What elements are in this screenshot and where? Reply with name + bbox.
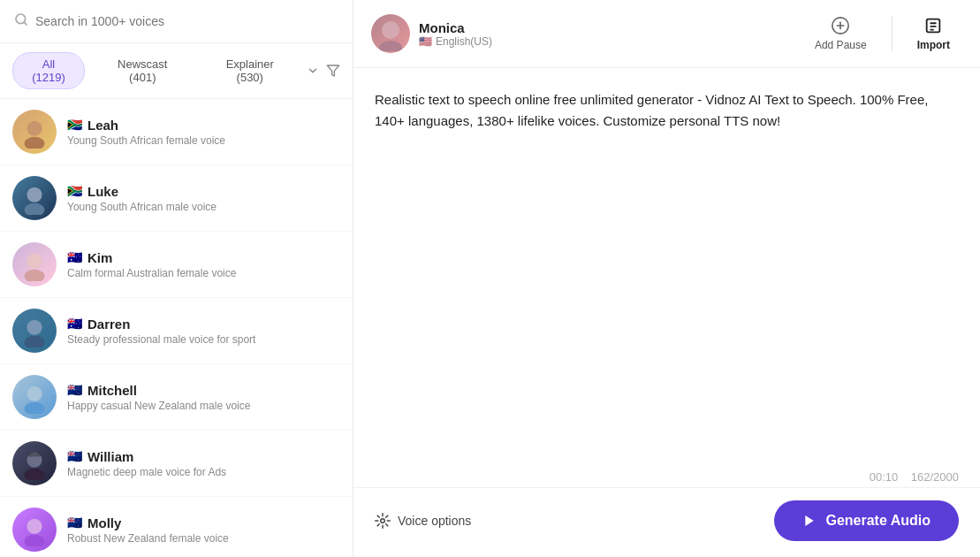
avatar-molly [12,507,57,552]
tab-all[interactable]: All (1219) [12,52,85,89]
avatar-william [12,441,57,485]
svg-point-11 [27,386,42,401]
voice-list-panel: All (1219) Newscast (401) Explainer (530… [0,0,353,557]
avatar-luke [12,176,57,220]
generate-label: Generate Audio [825,513,931,529]
char-count: 162/2000 [911,470,959,484]
dropdown-button[interactable] [307,65,319,77]
text-area-container: Realistic text to speech online free unl… [353,68,980,470]
voice-info-molly: 🇳🇿 Molly Robust New Zealand female voice [67,515,229,545]
flag-molly: 🇳🇿 [67,515,82,530]
svg-line-1 [24,22,27,25]
svg-point-12 [25,402,45,414]
svg-point-3 [27,121,42,136]
svg-point-14 [25,469,45,480]
voice-info-darren: 🇦🇺 Darren Steady professional male voice… [67,317,255,346]
search-bar [0,0,353,43]
desc-luke: Young South African male voice [67,201,217,213]
text-content[interactable]: Realistic text to speech online free unl… [375,89,959,132]
avatar-leah [12,110,57,154]
svg-point-7 [27,254,42,269]
editor-header: Monica 🇺🇸 English(US) Add Pause [353,0,980,68]
svg-point-10 [25,336,45,347]
selected-voice-lang: 🇺🇸 English(US) [419,35,492,48]
selected-voice-text: Monica 🇺🇸 English(US) [419,20,492,48]
selected-voice-name: Monica [419,20,492,35]
voice-options-label: Voice options [398,514,471,528]
tab-explainer[interactable]: Explainer (530) [201,52,300,89]
desc-molly: Robust New Zealand female voice [67,532,229,545]
flag-luke: 🇿🇦 [67,184,82,198]
voice-item-darren[interactable]: 🇦🇺 Darren Steady professional male voice… [0,298,353,364]
svg-marker-28 [806,515,814,526]
flag-darren: 🇦🇺 [67,317,82,331]
header-actions: Add Pause Import [802,11,962,57]
svg-point-27 [381,519,385,523]
svg-point-18 [382,21,399,39]
desc-leah: Young South African female voice [67,134,225,147]
voice-info-luke: 🇿🇦 Luke Young South African male voice [67,184,217,213]
avatar-mitchell [12,375,57,419]
voice-item-kim[interactable]: 🇦🇺 Kim Calm formal Australian female voi… [0,232,353,298]
name-william: William [87,449,133,464]
voice-options-button[interactable]: Voice options [375,513,471,529]
name-kim: Kim [87,250,112,265]
search-icon [14,12,28,30]
voice-item-mitchell[interactable]: 🇳🇿 Mitchell Happy casual New Zealand mal… [0,364,353,431]
name-mitchell: Mitchell [87,383,137,398]
add-pause-label: Add Pause [815,39,867,51]
add-pause-button[interactable]: Add Pause [802,11,879,57]
tab-newscast[interactable]: Newscast (401) [92,52,193,89]
filter-tabs: All (1219) Newscast (401) Explainer (530… [0,43,353,99]
desc-kim: Calm formal Australian female voice [67,267,236,279]
desc-darren: Steady professional male voice for sport [67,333,255,346]
filter-button[interactable] [326,64,340,78]
header-divider [892,16,893,51]
avatar-darren [12,309,57,353]
svg-point-17 [25,535,45,546]
name-luke: Luke [87,184,118,199]
svg-rect-15 [27,454,41,457]
svg-point-19 [379,41,402,51]
avatar-kim [12,242,57,286]
voice-item-luke[interactable]: 🇿🇦 Luke Young South African male voice [0,165,353,232]
voice-info-leah: 🇿🇦 Leah Young South African female voice [67,118,225,147]
svg-point-4 [25,137,45,149]
editor-footer: Voice options Generate Audio [353,487,980,557]
svg-point-5 [27,187,42,202]
name-darren: Darren [87,317,130,332]
import-button[interactable]: Import [905,11,962,57]
voice-info-kim: 🇦🇺 Kim Calm formal Australian female voi… [67,250,236,279]
svg-point-16 [27,519,42,534]
time-display: 00:10 [870,470,899,484]
import-label: Import [917,39,950,51]
voice-item-william[interactable]: 🇳🇿 William Magnetic deep male voice for … [0,431,353,497]
editor-panel: Monica 🇺🇸 English(US) Add Pause [353,0,980,557]
flag-kim: 🇦🇺 [67,250,82,264]
flag-leah: 🇿🇦 [67,118,82,132]
voice-item-leah[interactable]: 🇿🇦 Leah Young South African female voice [0,99,353,165]
flag-william: 🇳🇿 [67,449,82,463]
selected-voice: Monica 🇺🇸 English(US) [371,14,492,53]
search-input[interactable] [35,14,338,28]
name-leah: Leah [87,118,118,133]
svg-point-9 [27,320,42,335]
svg-point-6 [25,203,45,215]
desc-william: Magnetic deep male voice for Ads [67,466,226,478]
generate-audio-button[interactable]: Generate Audio [774,500,959,541]
voice-info-william: 🇳🇿 William Magnetic deep male voice for … [67,449,226,478]
name-molly: Molly [87,515,121,530]
svg-point-8 [25,270,45,281]
voice-info-mitchell: 🇳🇿 Mitchell Happy casual New Zealand mal… [67,383,250,412]
svg-marker-2 [327,65,338,76]
desc-mitchell: Happy casual New Zealand male voice [67,400,250,412]
flag-mitchell: 🇳🇿 [67,383,82,397]
voice-list: 🇿🇦 Leah Young South African female voice… [0,99,353,557]
voice-item-molly[interactable]: 🇳🇿 Molly Robust New Zealand female voice [0,497,353,557]
selected-flag: 🇺🇸 [419,35,432,48]
avatar-monica [371,14,410,53]
